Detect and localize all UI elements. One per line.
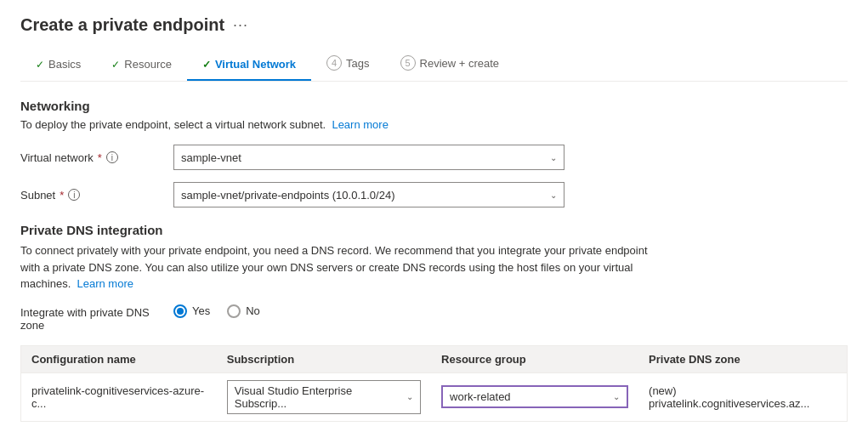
subnet-chevron-icon: ⌄ — [550, 190, 557, 200]
more-options-icon[interactable]: ··· — [233, 16, 248, 34]
cell-config-name: privatelink-cognitiveservices-azure-c... — [21, 372, 217, 421]
virtual-network-info-icon[interactable]: i — [106, 151, 118, 163]
tab-basics[interactable]: ✓ Basics — [20, 51, 96, 81]
tab-virtual-network[interactable]: ✓ Virtual Network — [187, 51, 311, 81]
tab-tags[interactable]: 4 Tags — [311, 48, 384, 81]
resource-group-select[interactable]: work-related ⌄ — [441, 385, 628, 408]
subnet-row: Subnet * i sample-vnet/private-endpoints… — [20, 182, 848, 207]
subscription-select[interactable]: Visual Studio Enterprise Subscrip... ⌄ — [227, 380, 421, 414]
col-resource-group: Resource group — [431, 345, 638, 372]
table-row: privatelink-cognitiveservices-azure-c...… — [21, 372, 848, 421]
cell-resource-group[interactable]: work-related ⌄ — [431, 372, 638, 421]
subnet-info-icon[interactable]: i — [68, 189, 80, 201]
radio-no-circle — [227, 304, 241, 318]
radio-no-label: No — [246, 304, 260, 317]
tabs-row: ✓ Basics ✓ Resource ✓ Virtual Network 4 … — [20, 48, 848, 82]
col-subscription: Subscription — [217, 345, 431, 372]
networking-section-desc: To deploy the private endpoint, select a… — [20, 118, 848, 131]
dns-learn-more[interactable]: Learn more — [77, 277, 133, 290]
tab-resource[interactable]: ✓ Resource — [96, 51, 187, 81]
virtual-network-select[interactable]: sample-vnet ⌄ — [173, 145, 564, 170]
subnet-value: sample-vnet/private-endpoints (10.0.1.0/… — [181, 189, 394, 202]
dns-section-title: Private DNS integration — [20, 223, 848, 237]
review-step-circle: 5 — [400, 55, 416, 71]
radio-yes[interactable]: Yes — [173, 304, 210, 318]
dns-table: Configuration name Subscription Resource… — [20, 345, 848, 422]
col-dns-zone: Private DNS zone — [638, 345, 847, 372]
dns-section: Private DNS integration To connect priva… — [20, 223, 848, 422]
radio-no[interactable]: No — [227, 304, 260, 318]
main-content: Networking To deploy the private endpoin… — [20, 82, 848, 422]
dns-integrate-row: Integrate with private DNS zone Yes No — [20, 304, 848, 333]
dns-integrate-label: Integrate with private DNS zone — [20, 306, 173, 332]
tab-review-create-label: Review + create — [420, 57, 500, 70]
tab-review-create[interactable]: 5 Review + create — [385, 48, 515, 81]
page-title: Create a private endpoint — [20, 15, 224, 35]
virtual-network-check-icon: ✓ — [202, 59, 211, 71]
subscription-chevron-icon: ⌄ — [406, 392, 413, 401]
basics-check-icon: ✓ — [36, 59, 44, 71]
virtual-network-row: Virtual network * i sample-vnet ⌄ — [20, 145, 848, 170]
resource-group-chevron-icon: ⌄ — [613, 392, 620, 401]
dns-table-header-row: Configuration name Subscription Resource… — [21, 345, 848, 372]
networking-section-title: Networking — [20, 99, 848, 113]
dns-radio-group: Yes No — [173, 304, 260, 318]
tab-tags-label: Tags — [346, 57, 369, 70]
networking-learn-more[interactable]: Learn more — [332, 118, 388, 131]
tags-step-circle: 4 — [326, 55, 342, 71]
cell-dns-zone: (new) privatelink.cognitiveservices.az..… — [638, 372, 847, 421]
subnet-required: * — [60, 189, 64, 202]
virtual-network-label: Virtual network * i — [20, 151, 173, 164]
resource-group-value: work-related — [450, 390, 511, 403]
cell-subscription[interactable]: Visual Studio Enterprise Subscrip... ⌄ — [217, 372, 431, 421]
radio-yes-circle — [173, 304, 187, 318]
subnet-select[interactable]: sample-vnet/private-endpoints (10.0.1.0/… — [173, 182, 564, 207]
tab-basics-label: Basics — [48, 58, 81, 71]
resource-check-icon: ✓ — [111, 59, 120, 71]
virtual-network-required: * — [98, 151, 102, 164]
subscription-value: Visual Studio Enterprise Subscrip... — [235, 384, 406, 410]
virtual-network-value: sample-vnet — [181, 151, 241, 164]
radio-yes-label: Yes — [192, 304, 210, 317]
tab-resource-label: Resource — [124, 58, 172, 71]
virtual-network-chevron-icon: ⌄ — [550, 153, 557, 162]
subnet-label: Subnet * i — [20, 189, 173, 202]
col-config-name: Configuration name — [21, 345, 217, 372]
dns-section-desc: To connect privately with your private e… — [20, 242, 667, 293]
tab-virtual-network-label: Virtual Network — [215, 58, 296, 71]
